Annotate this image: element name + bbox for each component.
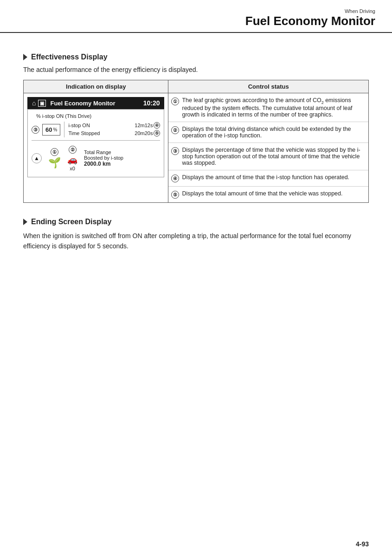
page-number: 4-93 xyxy=(356,540,369,548)
data-section: ③ 60 % i-stop ON xyxy=(32,122,160,137)
circle-4: ④ xyxy=(154,122,160,129)
control-item-5: ⑤ Displays the total amount of time that… xyxy=(168,187,368,202)
control-text-4: Displays the amount of time that the i-s… xyxy=(182,174,349,181)
range-info: Total Range Boosted by i-stop 2000.0 km xyxy=(84,149,123,167)
divider xyxy=(32,140,160,141)
percent-value: 60 xyxy=(45,126,52,133)
bottom-section: ▲ ① 🌱 ② 🚗 x0 xyxy=(32,143,160,173)
circled-2: ② xyxy=(171,126,179,134)
section2-desc: When the ignition is switched off from O… xyxy=(23,231,369,252)
circle-3: ③ xyxy=(32,126,39,134)
time-stopped-row: Time Stopped 20m20s ⑤ xyxy=(68,130,160,136)
control-status-list: ① The leaf graphic grows according to th… xyxy=(168,93,368,202)
circled-3: ③ xyxy=(171,147,179,155)
control-item-4: ④ Displays the amount of time that the i… xyxy=(168,170,368,187)
total-range-label: Total Range xyxy=(84,149,123,155)
control-item-3: ③ Displays the percentage of time that t… xyxy=(168,143,368,170)
section2-heading: Ending Screen Display xyxy=(23,218,369,226)
section1-desc: The actual performance of the energy eff… xyxy=(23,66,369,73)
display-body: % i-stop ON (This Drive) ③ 60 % xyxy=(27,109,164,177)
time-stopped-value-area: 20m20s ⑤ xyxy=(135,130,160,136)
display-icons: ⌂ ▣ Fuel Economy Monitor xyxy=(32,99,116,107)
boosted-label: Boosted by i-stop xyxy=(84,155,123,161)
section1-title: Effectiveness Display xyxy=(31,53,108,61)
home-icon: ⌂ xyxy=(32,99,36,107)
section1-heading: Effectiveness Display xyxy=(23,53,369,61)
col1-header: Indication on display xyxy=(24,80,168,93)
istop-label-row: % i-stop ON (This Drive) xyxy=(32,113,160,119)
control-item-2: ② Displays the total driving distance wh… xyxy=(168,122,368,143)
screen-icon: ▣ xyxy=(38,100,46,107)
time-data: i-stop ON 12m12s ④ Time Stopped xyxy=(64,122,160,137)
time-stopped-label: Time Stopped xyxy=(68,130,100,136)
control-text-5: Displays the total amount of time that t… xyxy=(182,190,342,197)
circled-1: ① xyxy=(171,97,179,105)
control-status-cell: ① The leaf graphic grows according to th… xyxy=(168,93,369,203)
circled-5: ⑤ xyxy=(171,191,179,199)
display-header-bar: ⌂ ▣ Fuel Economy Monitor 10:20 xyxy=(27,97,164,109)
section2: Ending Screen Display When the ignition … xyxy=(23,218,369,252)
car-icon: 🚗 xyxy=(67,155,77,165)
percent-unit: % xyxy=(53,127,57,132)
km-value: 2000.0 km xyxy=(84,161,123,167)
circle-5: ⑤ xyxy=(154,130,160,136)
page-title: Fuel Economy Monitor xyxy=(0,14,375,28)
display-title: Fuel Economy Monitor xyxy=(50,100,115,107)
circled-4: ④ xyxy=(171,175,179,182)
control-text-1: The leaf graphic grows according to the … xyxy=(182,97,366,118)
x0-label: x0 xyxy=(70,166,75,171)
display-cell: ⌂ ▣ Fuel Economy Monitor 10:20 % i-stop … xyxy=(24,93,168,203)
display-time: 10:20 xyxy=(143,99,160,107)
leaf-icon: 🌱 xyxy=(48,157,61,169)
when-driving-label: When Driving xyxy=(0,8,375,14)
circle-1: ① xyxy=(51,148,58,156)
istop-label: % i-stop ON (This Drive) xyxy=(36,113,91,119)
info-table: Indication on display Control status ⌂ ▣… xyxy=(23,80,369,203)
display-mockup: ⌂ ▣ Fuel Economy Monitor 10:20 % i-stop … xyxy=(27,97,164,177)
control-text-3: Displays the percentage of time that the… xyxy=(182,147,366,166)
istop-on-value: 12m12s xyxy=(135,123,153,128)
istop-on-label: i-stop ON xyxy=(68,123,90,128)
triangle-icon-2 xyxy=(23,219,27,225)
back-button[interactable]: ▲ xyxy=(32,153,42,163)
page-header: When Driving Fuel Economy Monitor xyxy=(0,0,392,33)
triangle-icon xyxy=(23,54,27,60)
leaf-col: ① 🌱 xyxy=(48,148,61,169)
control-item-1: ① The leaf graphic grows according to th… xyxy=(168,93,368,122)
istop-on-value-area: 12m12s ④ xyxy=(135,122,160,129)
col2-header: Control status xyxy=(168,80,369,93)
section2-title: Ending Screen Display xyxy=(31,218,111,226)
circle3-area: ③ 60 % xyxy=(32,122,64,137)
istop-on-row: i-stop ON 12m12s ④ xyxy=(68,122,160,129)
circle-2: ② xyxy=(69,146,77,154)
percent-box: 60 % xyxy=(42,124,60,136)
control-text-2: Displays the total driving distance whic… xyxy=(182,126,366,139)
car-col: ② 🚗 x0 xyxy=(67,145,77,171)
time-stopped-value: 20m20s xyxy=(135,130,153,136)
